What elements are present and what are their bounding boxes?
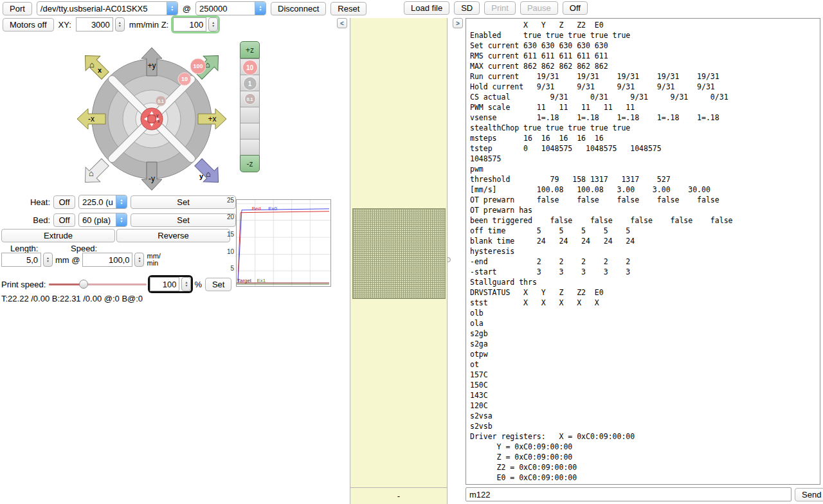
bed-temp-select[interactable]: 60 (pla) ▲▼ (78, 213, 127, 227)
jog-badge-100-label: 100 (193, 63, 203, 69)
home-icon: ⌂ (89, 60, 95, 69)
z-jog-cell[interactable] (240, 107, 259, 123)
gcode-viewer-panel[interactable]: - (350, 18, 448, 504)
percent-label: % (194, 280, 202, 289)
bed-off-button[interactable]: Off (53, 213, 75, 227)
jog-badge-10-label: 10 (181, 76, 188, 82)
xy-feedrate-label: XY: (59, 20, 71, 30)
home-all-arrow[interactable] (78, 155, 113, 190)
heat-temp-select[interactable]: 225.0 (u ▲▼ (78, 195, 127, 209)
jog-center-x-label: x (158, 119, 160, 123)
print-toolbar: Load file SD Print Pause Off (404, 1, 588, 15)
jog-center-y-label: y (156, 113, 159, 118)
ex0-legend: Ex0 (268, 206, 277, 212)
stepper-arrows-icon[interactable]: ▲▼ (134, 253, 144, 267)
heat-label: Heat: (6, 197, 50, 207)
slider-thumb[interactable] (79, 280, 88, 289)
temperature-status-line: T:22.22 /0.00 B:22.31 /0.00 @:0 B@:0 (1, 294, 143, 303)
zoom-out-button[interactable]: - (397, 491, 400, 501)
build-plate-grid[interactable] (352, 208, 446, 299)
mm-min-label: mm/min (147, 253, 160, 267)
extrude-speed-stepper: ▲▼ (82, 253, 144, 267)
gridlines (237, 200, 330, 286)
bed-legend: Bed (252, 206, 261, 212)
jog-minus-y-label: -y (149, 174, 155, 183)
stepper-arrows-icon[interactable]: ▲▼ (115, 17, 125, 32)
bed-temp-value: 60 (pla) (79, 213, 116, 226)
combo-arrows-icon: ▲▼ (255, 2, 266, 15)
pause-button[interactable]: Pause (520, 1, 558, 15)
stepper-arrows-icon[interactable]: ▲▼ (43, 253, 53, 267)
z-badge-01: 0.1 (245, 94, 255, 104)
jog-plus-z-button[interactable]: +z (240, 41, 260, 59)
heat-off-button[interactable]: Off (53, 195, 75, 209)
print-speed-label: Print speed: (1, 280, 46, 289)
log-output[interactable]: X Y Z Z2 E0 Enabled true true true true … (466, 18, 820, 485)
print-speed-stepper: ▲▼ (150, 277, 191, 291)
stepper-arrows-icon[interactable]: ▲▼ (181, 277, 191, 291)
xy-feedrate-input[interactable] (76, 17, 113, 32)
combo-arrows-icon: ▲▼ (116, 195, 127, 208)
send-button[interactable]: Send (795, 488, 823, 501)
home-x-label: x (98, 66, 102, 74)
home-icon: ⌂ (206, 169, 211, 179)
print-speed-row: Print speed: ▲▼ % Set (1, 277, 231, 291)
z-feedrate-stepper: ▲▼ (173, 17, 218, 32)
port-value: /dev/tty.usbserial-AC01SKX5 (37, 2, 167, 15)
command-input[interactable] (466, 487, 791, 501)
speed-label: Speed: (71, 244, 97, 253)
jog-minus-z-button[interactable]: -z (240, 155, 260, 172)
y-tick: 10 (227, 248, 234, 255)
home-x-arrow[interactable] (78, 48, 113, 83)
slider-fill (49, 284, 84, 285)
xy-feedrate-stepper: ▲▼ (76, 17, 125, 32)
jog-plus-x-label: +x (208, 114, 216, 123)
extrude-speed-input[interactable] (82, 253, 132, 267)
port-select[interactable]: /dev/tty.usbserial-AC01SKX5 ▲▼ (37, 1, 178, 15)
y-tick: 25 (227, 197, 234, 204)
z-jog-cell[interactable] (240, 139, 259, 155)
reverse-button[interactable]: Reverse (116, 229, 230, 242)
extrude-row: Extrude Reverse (1, 229, 230, 242)
home-y-label: y (199, 172, 204, 180)
combo-arrows-icon: ▲▼ (167, 2, 177, 15)
extrude-button[interactable]: Extrude (1, 229, 115, 242)
splitter-collapse-left[interactable]: < (337, 18, 347, 28)
jog-pad: +y -y -x +x ⌂ x z ⌂ ⌂ y ⌂ 100 10 0.1 y x (68, 39, 234, 197)
z-feedrate-input[interactable] (173, 17, 206, 32)
load-file-button[interactable]: Load file (404, 1, 449, 15)
feedrate-toolbar: Motors off XY: ▲▼ mm/min Z: ▲▼ (3, 17, 218, 32)
temp-graph-plot: Bed Ex0 Target Ex1 (236, 199, 331, 287)
off-button[interactable]: Off (563, 1, 588, 15)
z-jog-cell[interactable] (240, 123, 259, 139)
z-badge-1: 1 (244, 77, 257, 90)
target-legend: Target (237, 278, 252, 284)
splitter-collapse-right[interactable]: > (453, 18, 463, 28)
sd-button[interactable]: SD (454, 1, 480, 15)
print-button[interactable]: Print (484, 1, 516, 15)
heat-temp-value: 225.0 (u (79, 195, 116, 208)
print-speed-input[interactable] (150, 277, 179, 291)
stepper-arrows-icon[interactable]: ▲▼ (208, 17, 218, 32)
command-row: Send (466, 487, 823, 501)
baud-select[interactable]: 250000 ▲▼ (195, 1, 266, 15)
z-badge-10: 10 (243, 60, 257, 75)
length-speed-row: ▲▼ mm @ ▲▼ mm/min (1, 253, 161, 267)
heat-set-button[interactable]: Set (131, 195, 236, 209)
at-label: @ (183, 4, 191, 14)
reset-button[interactable]: Reset (330, 2, 366, 15)
hotend-row: Heat: Off 225.0 (u ▲▼ Set (6, 195, 236, 209)
z-feedrate-label: mm/min Z: (129, 20, 168, 30)
jog-badge-01-label: 0.1 (158, 99, 163, 104)
mm-at-label: mm @ (55, 255, 80, 265)
jog-plus-y-label: +y (147, 61, 156, 70)
print-speed-slider[interactable] (49, 279, 147, 289)
bed-label: Bed: (6, 215, 50, 225)
length-input[interactable] (1, 253, 41, 267)
motors-off-button[interactable]: Motors off (3, 18, 54, 32)
port-button[interactable]: Port (3, 2, 32, 15)
combo-arrows-icon: ▲▼ (116, 213, 127, 226)
ex1-legend: Ex1 (257, 278, 266, 284)
bed-set-button[interactable]: Set (131, 213, 236, 227)
disconnect-button[interactable]: Disconnect (271, 2, 326, 15)
